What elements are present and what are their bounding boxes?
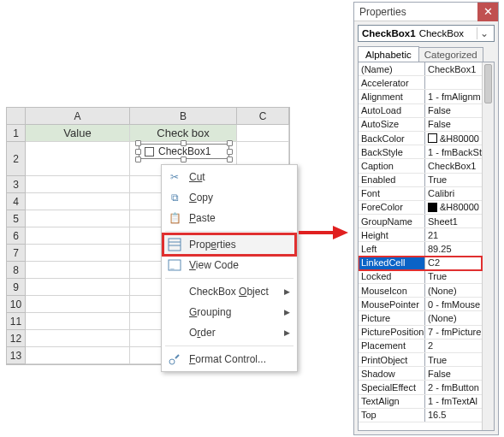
- property-row[interactable]: Height21: [359, 228, 482, 242]
- property-row[interactable]: Accelerator: [359, 76, 482, 90]
- scrollbar[interactable]: [482, 62, 494, 430]
- cell-c1[interactable]: [237, 125, 289, 142]
- property-value[interactable]: 0 - fmMouse: [425, 298, 482, 310]
- row-header-5[interactable]: 5: [7, 210, 26, 227]
- property-row[interactable]: (Name)CheckBox1: [359, 62, 482, 76]
- cell-a11[interactable]: [26, 313, 130, 330]
- property-value[interactable]: Calibri: [425, 187, 482, 200]
- property-value[interactable]: &H80000: [425, 201, 482, 214]
- cell-b1[interactable]: Check box: [130, 125, 237, 142]
- cell-a2[interactable]: [26, 142, 130, 176]
- property-value[interactable]: 2: [425, 340, 482, 352]
- row-header-11[interactable]: 11: [7, 313, 26, 330]
- cell-a4[interactable]: [26, 193, 130, 210]
- cell-a13[interactable]: [26, 347, 130, 364]
- menu-grouping[interactable]: Grouping ▶: [163, 302, 295, 322]
- cell-a3[interactable]: [26, 176, 130, 193]
- property-row[interactable]: ShadowFalse: [359, 367, 482, 381]
- property-value[interactable]: 89.25: [425, 242, 482, 255]
- property-value[interactable]: False: [425, 118, 482, 131]
- property-row[interactable]: BackStyle1 - fmBackSt: [359, 145, 482, 159]
- col-header-b[interactable]: B: [130, 108, 237, 125]
- property-row[interactable]: MousePointer0 - fmMouse: [359, 298, 482, 311]
- row-header-7[interactable]: 7: [7, 245, 26, 262]
- property-row[interactable]: MouseIcon(None): [359, 284, 482, 298]
- property-row[interactable]: LockedTrue: [359, 270, 482, 284]
- property-row[interactable]: BackColor&H80000: [359, 132, 482, 145]
- property-row[interactable]: AutoLoadFalse: [359, 104, 482, 118]
- tab-alphabetic[interactable]: Alphabetic: [358, 46, 419, 62]
- property-value[interactable]: C2: [425, 257, 482, 269]
- menu-checkbox-object[interactable]: CheckBox Object ▶: [163, 281, 295, 302]
- property-row[interactable]: Alignment1 - fmAlignm: [359, 90, 482, 103]
- menu-format-control[interactable]: Format Control...: [163, 349, 295, 369]
- property-value[interactable]: CheckBox1: [425, 159, 482, 172]
- property-row[interactable]: Left89.25: [359, 242, 482, 256]
- cell-a7[interactable]: [26, 245, 130, 262]
- select-all-corner[interactable]: [7, 108, 26, 125]
- property-value[interactable]: 1 - fmTextAl: [425, 395, 482, 408]
- row-header-9[interactable]: 9: [7, 279, 26, 296]
- property-value[interactable]: False: [425, 367, 482, 380]
- menu-copy[interactable]: ⧉ Copy: [163, 187, 295, 208]
- row-header-8[interactable]: 8: [7, 262, 26, 279]
- property-row[interactable]: EnabledTrue: [359, 174, 482, 187]
- property-value[interactable]: 1 - fmAlignm: [425, 90, 482, 103]
- property-value[interactable]: 2 - fmButton: [425, 381, 482, 393]
- menu-view-code[interactable]: _ View Code: [163, 255, 295, 275]
- row-header-10[interactable]: 10: [7, 296, 26, 313]
- property-value[interactable]: [425, 76, 482, 89]
- row-header-1[interactable]: 1: [7, 125, 26, 142]
- property-row[interactable]: Top16.5: [359, 409, 482, 422]
- cell-a8[interactable]: [26, 262, 130, 279]
- property-row[interactable]: Picture(None): [359, 311, 482, 325]
- property-row[interactable]: PrintObjectTrue: [359, 353, 482, 367]
- property-value[interactable]: True: [425, 353, 482, 366]
- property-value[interactable]: 21: [425, 228, 482, 241]
- property-row[interactable]: CaptionCheckBox1: [359, 159, 482, 173]
- property-value[interactable]: True: [425, 270, 482, 283]
- property-row[interactable]: LinkedCellC2: [359, 257, 482, 270]
- property-value[interactable]: Sheet1: [425, 215, 482, 227]
- col-header-a[interactable]: A: [26, 108, 130, 125]
- property-value[interactable]: 7 - fmPicture: [425, 326, 482, 339]
- col-header-c[interactable]: C: [237, 108, 289, 125]
- menu-paste[interactable]: 📋 Paste: [163, 208, 295, 228]
- cell-a9[interactable]: [26, 279, 130, 296]
- property-value[interactable]: 16.5: [425, 409, 482, 422]
- property-value[interactable]: &H80000: [425, 132, 482, 145]
- property-value[interactable]: CheckBox1: [425, 62, 482, 75]
- property-row[interactable]: SpecialEffect2 - fmButton: [359, 381, 482, 394]
- property-row[interactable]: Placement2: [359, 340, 482, 353]
- menu-properties[interactable]: Properties: [163, 234, 295, 255]
- cell-a12[interactable]: [26, 330, 130, 347]
- property-row[interactable]: AutoSizeFalse: [359, 118, 482, 132]
- cell-a1[interactable]: Value: [26, 125, 130, 142]
- property-value[interactable]: 1 - fmBackSt: [425, 145, 482, 158]
- checkbox-control[interactable]: CheckBox1: [139, 144, 229, 159]
- cell-a6[interactable]: [26, 227, 130, 245]
- object-selector[interactable]: CheckBox1 CheckBox ⌄: [358, 25, 495, 42]
- scrollbar-thumb[interactable]: [484, 64, 492, 103]
- row-header-13[interactable]: 13: [7, 347, 26, 364]
- properties-titlebar[interactable]: Properties ✕: [354, 3, 498, 21]
- close-button[interactable]: ✕: [477, 3, 498, 21]
- row-header-3[interactable]: 3: [7, 176, 26, 193]
- row-header-4[interactable]: 4: [7, 193, 26, 210]
- cell-a10[interactable]: [26, 296, 130, 313]
- menu-cut[interactable]: ✂ Cut: [163, 167, 295, 187]
- property-row[interactable]: PicturePosition7 - fmPicture: [359, 326, 482, 340]
- cell-a5[interactable]: [26, 210, 130, 227]
- property-value[interactable]: (None): [425, 284, 482, 297]
- row-header-12[interactable]: 12: [7, 330, 26, 347]
- property-value[interactable]: (None): [425, 311, 482, 324]
- menu-order[interactable]: Order ▶: [163, 322, 295, 343]
- property-value[interactable]: False: [425, 104, 482, 117]
- row-header-6[interactable]: 6: [7, 227, 26, 245]
- property-row[interactable]: TextAlign1 - fmTextAl: [359, 395, 482, 409]
- property-row[interactable]: ForeColor&H80000: [359, 201, 482, 215]
- property-value[interactable]: True: [425, 174, 482, 186]
- row-header-2[interactable]: 2: [7, 142, 26, 176]
- property-row[interactable]: GroupNameSheet1: [359, 215, 482, 228]
- property-row[interactable]: FontCalibri: [359, 187, 482, 201]
